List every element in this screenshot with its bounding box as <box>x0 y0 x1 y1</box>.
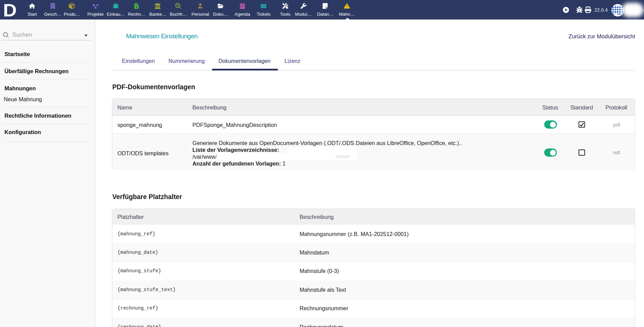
svg-text:$: $ <box>177 4 179 7</box>
